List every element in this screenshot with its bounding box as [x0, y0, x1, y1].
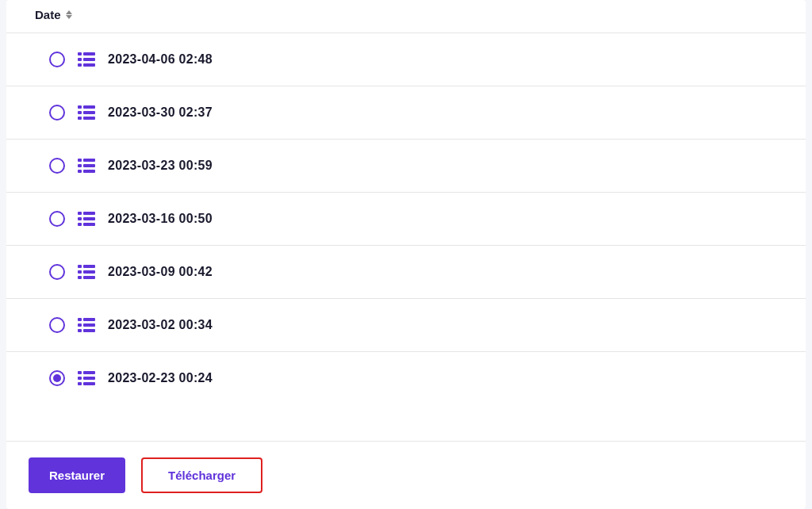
backup-rows: 2023-04-06 02:482023-03-30 02:372023-03-… — [6, 33, 806, 441]
radio-select[interactable] — [49, 317, 65, 333]
table-row[interactable]: 2023-03-09 00:42 — [6, 246, 806, 299]
list-icon — [78, 212, 95, 226]
date-column-header[interactable]: Date — [35, 8, 61, 21]
backup-date: 2023-03-02 00:34 — [108, 318, 213, 332]
table-row[interactable]: 2023-03-02 00:34 — [6, 299, 806, 352]
radio-select[interactable] — [49, 158, 65, 174]
radio-select[interactable] — [49, 211, 65, 227]
list-icon — [78, 52, 95, 67]
table-row[interactable]: 2023-02-23 00:24 — [6, 352, 806, 404]
table-header: Date — [6, 0, 806, 33]
list-icon — [78, 265, 95, 279]
backup-list-panel: Date 2023-04-06 02:482023-03-30 02:37202… — [6, 0, 806, 509]
backup-date: 2023-03-30 02:37 — [108, 105, 213, 120]
table-row[interactable]: 2023-03-16 00:50 — [6, 193, 806, 246]
restore-button[interactable]: Restaurer — [29, 457, 125, 493]
backup-date: 2023-03-16 00:50 — [108, 212, 213, 226]
table-row[interactable]: 2023-04-06 02:48 — [6, 33, 806, 86]
radio-select[interactable] — [49, 52, 65, 67]
backup-date: 2023-03-23 00:59 — [108, 159, 213, 173]
download-button[interactable]: Télécharger — [141, 457, 262, 493]
footer-actions: Restaurer Télécharger — [6, 441, 806, 509]
list-icon — [78, 371, 95, 385]
sort-icon[interactable] — [66, 10, 72, 19]
backup-date: 2023-02-23 00:24 — [108, 371, 213, 385]
list-icon — [78, 105, 95, 120]
list-icon — [78, 159, 95, 173]
radio-select[interactable] — [49, 105, 65, 121]
table-row[interactable]: 2023-03-30 02:37 — [6, 86, 806, 140]
backup-date: 2023-03-09 00:42 — [108, 265, 213, 279]
backup-date: 2023-04-06 02:48 — [108, 52, 213, 67]
radio-select[interactable] — [49, 264, 65, 280]
radio-select[interactable] — [49, 370, 65, 386]
table-row[interactable]: 2023-03-23 00:59 — [6, 140, 806, 193]
list-icon — [78, 318, 95, 332]
